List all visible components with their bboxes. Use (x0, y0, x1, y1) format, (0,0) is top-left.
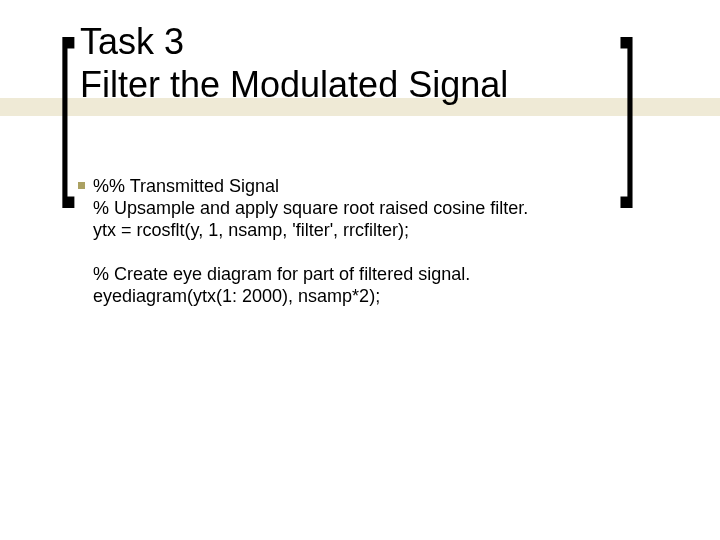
code-line: %% Transmitted Signal (93, 176, 528, 198)
code-line: eyediagram(ytx(1: 2000), nsamp*2); (93, 286, 528, 308)
left-bracket-decoration: [ (58, 14, 73, 198)
code-line: ytx = rcosflt(y, 1, nsamp, 'filter', rrc… (93, 220, 528, 242)
bullet-marker (78, 182, 85, 189)
code-line: % Upsample and apply square root raised … (93, 198, 528, 220)
title-line-1: Task 3 (80, 20, 508, 63)
right-bracket-decoration: ] (620, 14, 635, 198)
title-line-2: Filter the Modulated Signal (80, 63, 508, 106)
slide-title: Task 3 Filter the Modulated Signal (80, 20, 508, 106)
slide-body: %% Transmitted Signal % Upsample and app… (93, 176, 528, 308)
code-line: % Create eye diagram for part of filtere… (93, 264, 528, 286)
